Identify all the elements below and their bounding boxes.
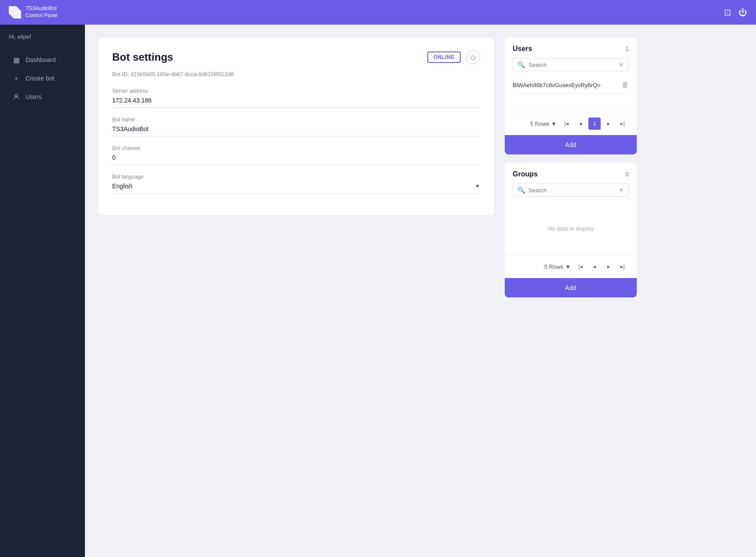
groups-last-page-btn[interactable]: ▸| (617, 260, 629, 273)
status-badge: ONLINE (427, 51, 461, 63)
create-bot-icon: ＋ (12, 74, 20, 82)
groups-pagination: |◂ ◂ ▸ ▸| (574, 260, 629, 273)
next-page-btn[interactable]: ▸ (602, 117, 615, 130)
groups-list: No data to display (505, 202, 637, 255)
users-pagination: |◂ ◂ 1 ▸ ▸| (560, 117, 629, 130)
groups-panel-count: 0 (625, 171, 629, 178)
rows-arrow-icon: ▼ (551, 121, 557, 127)
power-icon[interactable]: ⏻ (738, 7, 747, 18)
bot-language-label: Bot language (112, 174, 480, 180)
prev-page-btn[interactable]: ◂ (574, 117, 587, 130)
users-search-input[interactable] (528, 62, 615, 68)
users-panel-footer: 5 Rows ▼ |◂ ◂ 1 ▸ ▸| (505, 112, 637, 135)
groups-search-input[interactable] (528, 187, 615, 194)
groups-rows-arrow-icon: ▼ (565, 264, 571, 270)
topbar-actions: ⊡ ⏻ (724, 7, 747, 18)
bot-channel-value: 0 (112, 154, 480, 165)
sidebar-item-label: Dashboard (26, 56, 56, 63)
bot-language-select[interactable]: English German French Spanish (112, 183, 475, 190)
sidebar-greeting: Hi, elipef (0, 33, 85, 51)
groups-panel-footer: 5 Rows ▼ |◂ ◂ ▸ ▸| (505, 255, 637, 278)
dashboard-icon: ▦ (12, 56, 20, 64)
users-rows-select[interactable]: 5 Rows ▼ (530, 121, 557, 127)
bot-channel-label: Bot channel (112, 145, 480, 151)
app-title: TS3AudioBot Control Panel (26, 5, 58, 19)
groups-rows-select[interactable]: 5 Rows ▼ (544, 264, 571, 270)
bot-name-value: TS3AudioBot (112, 125, 480, 136)
users-add-button[interactable]: Add (505, 135, 637, 154)
bot-language-field: Bot language English German French Spani… (112, 174, 480, 194)
groups-panel-header: Groups 0 (505, 163, 637, 183)
users-search-clear[interactable]: ✕ (619, 61, 624, 68)
groups-panel: Groups 0 🔍 ✕ No data to display 5 Rows ▼ (505, 163, 637, 297)
groups-search-clear[interactable]: ✕ (619, 187, 624, 194)
server-address-label: Server address (112, 88, 480, 94)
user-item: BlWAeh/t6b7c8vGusexEyvRy6rQ= 🗑 (513, 77, 629, 94)
right-panels: Users 1 🔍 ✕ BlWAeh/t6b7c8vGusexEyvRy6rQ=… (505, 38, 637, 544)
bot-name-field: Bot name TS3AudioBot (112, 117, 480, 136)
notifications-icon[interactable]: ⊡ (724, 7, 731, 18)
users-panel: Users 1 🔍 ✕ BlWAeh/t6b7c8vGusexEyvRy6rQ=… (505, 38, 637, 154)
topbar-brand: TS3AudioBot Control Panel (9, 5, 58, 19)
bot-channel-field: Bot channel 0 (112, 145, 480, 165)
bot-settings-header: Bot settings ONLINE (112, 50, 480, 64)
topbar: TS3AudioBot Control Panel ⊡ ⏻ (0, 0, 756, 25)
rows-label: 5 Rows (530, 121, 549, 127)
bot-id: Bot ID: d15b5b05-183e-4b67-8cca-8d8158f0… (112, 71, 480, 77)
last-page-btn[interactable]: ▸| (617, 117, 629, 130)
bot-settings-title: Bot settings (112, 51, 173, 63)
server-address-field: Server address 172.24.43.186 (112, 88, 480, 108)
bot-name-label: Bot name (112, 117, 480, 123)
users-panel-count: 1 (625, 45, 629, 52)
svg-point-0 (15, 95, 17, 97)
user-key: BlWAeh/t6b7c8vGusexEyvRy6rQ= (513, 82, 601, 88)
app-logo (9, 6, 21, 18)
groups-next-page-btn[interactable]: ▸ (602, 260, 615, 273)
groups-add-button[interactable]: Add (505, 278, 637, 297)
bot-settings-actions: ONLINE (427, 50, 480, 64)
bot-language-wrapper: English German French Spanish ▼ (112, 183, 480, 194)
power-button[interactable] (466, 50, 480, 64)
main-content: Bot settings ONLINE Bot ID: d15b5b05-183… (85, 25, 756, 557)
groups-first-page-btn[interactable]: |◂ (574, 260, 587, 273)
select-arrow-icon: ▼ (475, 183, 480, 189)
delete-user-icon[interactable]: 🗑 (622, 81, 629, 89)
sidebar-item-create-bot[interactable]: ＋ Create bot (4, 69, 81, 88)
sidebar-item-label: Users (26, 93, 42, 100)
current-page-btn[interactable]: 1 (588, 117, 601, 130)
groups-search-bar: 🔍 ✕ (513, 183, 629, 197)
first-page-btn[interactable]: |◂ (560, 117, 573, 130)
sidebar-item-dashboard[interactable]: ▦ Dashboard (4, 51, 81, 69)
users-search-bar: 🔍 ✕ (513, 58, 629, 71)
users-panel-header: Users 1 (505, 38, 637, 58)
groups-prev-page-btn[interactable]: ◂ (588, 260, 601, 273)
groups-rows-label: 5 Rows (544, 264, 563, 270)
groups-panel-title: Groups (513, 170, 538, 178)
sidebar-item-label: Create bot (26, 75, 54, 82)
users-icon (12, 93, 20, 101)
server-address-value: 172.24.43.186 (112, 97, 480, 108)
users-panel-title: Users (513, 45, 532, 53)
users-list: BlWAeh/t6b7c8vGusexEyvRy6rQ= 🗑 (505, 77, 637, 112)
bot-settings-panel: Bot settings ONLINE Bot ID: d15b5b05-183… (98, 38, 494, 215)
groups-search-icon: 🔍 (517, 187, 525, 194)
no-data-message: No data to display (513, 202, 629, 255)
sidebar: Hi, elipef ▦ Dashboard ＋ Create bot User… (0, 25, 85, 557)
sidebar-item-users[interactable]: Users (4, 88, 81, 106)
users-search-icon: 🔍 (517, 61, 525, 68)
